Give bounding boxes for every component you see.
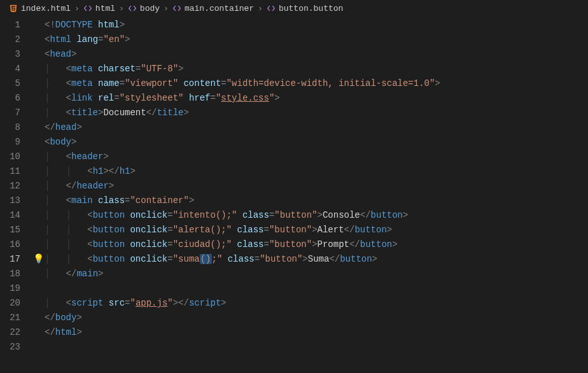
code-line[interactable] xyxy=(45,340,588,355)
line-number[interactable]: 4 xyxy=(0,62,20,76)
line-number[interactable]: 16 xyxy=(0,237,20,252)
code-line[interactable]: </head> xyxy=(45,120,588,135)
chevron-right-icon: › xyxy=(258,4,263,13)
line-number[interactable]: 23 xyxy=(0,340,20,355)
code-line[interactable]: <!DOCTYPE html> xyxy=(45,18,588,32)
code-line[interactable]: │ <main class="container"> xyxy=(45,194,588,208)
code-line[interactable]: │ </header> xyxy=(45,179,588,194)
line-number[interactable]: 18 xyxy=(0,267,20,281)
code-line[interactable]: </body> xyxy=(45,311,588,325)
line-number[interactable]: 8 xyxy=(0,120,20,135)
breadcrumb[interactable]: index.html › html › body › main.containe… xyxy=(0,0,588,17)
line-number[interactable]: 22 xyxy=(0,325,20,340)
code-line[interactable]: │ <title>Document</title> xyxy=(45,106,588,120)
line-number[interactable]: 14 xyxy=(0,208,20,223)
breadcrumb-body[interactable]: body xyxy=(128,4,160,13)
file-html-icon xyxy=(9,4,18,13)
code-line[interactable]: │ <meta name="viewport" content="width=d… xyxy=(45,76,588,91)
code-line[interactable]: │ │ <button onclick="intento();" class="… xyxy=(45,208,588,223)
code-line[interactable]: <body> xyxy=(45,135,588,150)
line-number[interactable]: 1 xyxy=(0,18,20,32)
breadcrumb-main[interactable]: main.container xyxy=(172,4,254,13)
symbol-icon xyxy=(267,4,276,13)
symbol-icon xyxy=(172,4,181,13)
code-line[interactable]: <html lang="en"> xyxy=(45,32,588,47)
line-number[interactable]: 6 xyxy=(0,91,20,106)
chevron-right-icon: › xyxy=(119,4,124,13)
lightbulb-icon[interactable]: 💡 xyxy=(33,252,44,267)
line-number[interactable]: 11 xyxy=(0,164,20,179)
line-number[interactable]: 20 xyxy=(0,296,20,311)
glyph-margin: 💡 xyxy=(32,18,45,355)
code-editor[interactable]: 1 2 3 4 5 6 7 8 9 10 11 12 13 14 15 16 1… xyxy=(0,17,588,355)
line-number[interactable]: 5 xyxy=(0,76,20,91)
code-line[interactable]: │ <script src="app.js"></script> xyxy=(45,296,588,311)
symbol-icon xyxy=(83,4,92,13)
chevron-right-icon: › xyxy=(164,4,169,13)
line-number-gutter[interactable]: 1 2 3 4 5 6 7 8 9 10 11 12 13 14 15 16 1… xyxy=(0,18,32,355)
code-line[interactable]: │ <meta charset="UTF-8"> xyxy=(45,62,588,76)
code-line[interactable]: </html> xyxy=(45,325,588,340)
code-line[interactable]: <head> xyxy=(45,47,588,62)
code-line[interactable]: │ <link rel="stylesheet" href="style.css… xyxy=(45,91,588,106)
code-line[interactable]: │ │ <button onclick="ciudad();" class="b… xyxy=(45,237,588,252)
code-content[interactable]: <!DOCTYPE html> <html lang="en"> <head> … xyxy=(45,18,588,355)
line-number[interactable]: 13 xyxy=(0,194,20,208)
code-line[interactable]: │ │ <h1></h1> xyxy=(45,164,588,179)
line-number[interactable]: 7 xyxy=(0,106,20,120)
line-number[interactable]: 12 xyxy=(0,179,20,194)
line-number[interactable]: 15 xyxy=(0,223,20,237)
breadcrumb-file[interactable]: index.html xyxy=(9,4,71,13)
line-number[interactable]: 21 xyxy=(0,311,20,325)
line-number[interactable]: 2 xyxy=(0,32,20,47)
breadcrumb-file-label: index.html xyxy=(21,4,71,13)
chevron-right-icon: › xyxy=(74,4,80,13)
code-line[interactable]: │ │ <button onclick="suma();" class="but… xyxy=(45,252,588,267)
code-line[interactable]: │ │ <button onclick="alerta();" class="b… xyxy=(45,223,588,237)
breadcrumb-html[interactable]: html xyxy=(83,4,115,13)
line-number[interactable]: 19 xyxy=(0,281,20,296)
line-number[interactable]: 17 xyxy=(0,252,20,267)
code-line[interactable]: │ <header> xyxy=(45,150,588,164)
code-line[interactable] xyxy=(45,281,588,296)
code-line[interactable]: │ </main> xyxy=(45,267,588,281)
line-number[interactable]: 3 xyxy=(0,47,20,62)
selected-text: () xyxy=(200,254,212,264)
line-number[interactable]: 9 xyxy=(0,135,20,150)
line-number[interactable]: 10 xyxy=(0,150,20,164)
symbol-icon xyxy=(128,4,137,13)
breadcrumb-button[interactable]: button.button xyxy=(267,4,343,13)
